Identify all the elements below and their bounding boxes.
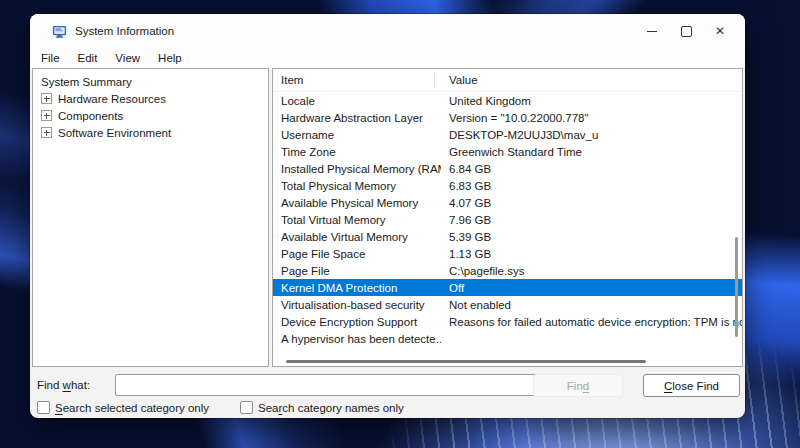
find-bar: Find what: Find Close Find (30, 367, 745, 401)
maximize-icon (681, 26, 692, 37)
checkbox-icon[interactable] (240, 401, 253, 414)
caption-controls: ✕ (635, 14, 737, 48)
item-cell: Kernel DMA Protection (273, 282, 441, 294)
menu-bar: FileEditViewHelp (30, 48, 745, 68)
table-row[interactable]: Device Encryption SupportReasons for fai… (273, 313, 742, 330)
table-row[interactable]: UsernameDESKTOP-M2UUJ3D\mav_u (273, 126, 742, 143)
value-cell: 7.96 GB (441, 214, 742, 226)
label-part: S (55, 402, 63, 414)
tree-item-system-summary[interactable]: System Summary (33, 73, 268, 90)
menu-item-edit[interactable]: Edit (69, 50, 107, 66)
table-row[interactable]: LocaleUnited Kingdom (273, 92, 742, 109)
tree-item-label: System Summary (41, 76, 132, 88)
find-what-label: Find what: (37, 379, 90, 391)
checkbox-icon[interactable] (37, 401, 50, 414)
window-title: System Information (75, 25, 174, 37)
value-cell: Greenwich Standard Time (441, 146, 742, 158)
value-cell: 4.07 GB (441, 197, 742, 209)
table-row[interactable]: Kernel DMA ProtectionOff (273, 279, 742, 296)
table-row[interactable]: Hardware Abstraction LayerVersion = "10.… (273, 109, 742, 126)
label-part: Fin (567, 380, 583, 392)
expand-plus-icon[interactable] (41, 93, 52, 104)
category-tree-panel: System Summary Hardware ResourcesCompone… (32, 68, 269, 367)
item-cell: Hardware Abstraction Layer (273, 112, 441, 124)
checkbox-label: Search category names only (258, 402, 404, 414)
item-cell: Available Physical Memory (273, 197, 441, 209)
label-part: lose Find (672, 380, 719, 392)
column-header-value[interactable]: Value (441, 74, 742, 86)
column-header-item[interactable]: Item (273, 74, 441, 86)
find-what-input[interactable] (115, 374, 538, 396)
table-body: LocaleUnited KingdomHardware Abstraction… (273, 92, 742, 347)
app-icon (52, 24, 67, 39)
maximize-button[interactable] (669, 14, 703, 48)
value-cell: 5.39 GB (441, 231, 742, 243)
item-cell: Locale (273, 95, 441, 107)
value-cell: Off (441, 282, 742, 294)
table-row[interactable]: Available Physical Memory4.07 GB (273, 194, 742, 211)
table-header[interactable]: Item Value (273, 69, 742, 92)
value-cell: Reasons for failed automatic device encr… (441, 316, 742, 328)
table-row[interactable]: Available Virtual Memory5.39 GB (273, 228, 742, 245)
tree-item-software-environment[interactable]: Software Environment (33, 124, 268, 141)
table-row[interactable]: Total Physical Memory6.83 GB (273, 177, 742, 194)
menu-item-help[interactable]: Help (149, 50, 191, 66)
label-part: hat: (71, 379, 90, 391)
item-cell: Total Virtual Memory (273, 214, 441, 226)
tree-item-label: Software Environment (58, 127, 171, 139)
label-part: Sea (258, 402, 278, 414)
vertical-scrollbar[interactable] (735, 237, 738, 337)
value-cell: 6.83 GB (441, 180, 742, 192)
details-table-panel: Item Value LocaleUnited KingdomHardware … (272, 68, 743, 367)
table-row[interactable]: Time ZoneGreenwich Standard Time (273, 143, 742, 160)
menu-item-file[interactable]: File (32, 50, 69, 66)
label-part: earch selected category only (63, 402, 209, 414)
table-row[interactable]: Page FileC:\pagefile.sys (273, 262, 742, 279)
search-options-row: Search selected category onlySearch cate… (30, 401, 745, 418)
close-find-button[interactable]: Close Find (643, 374, 740, 397)
expand-plus-icon[interactable] (41, 127, 52, 138)
title-bar[interactable]: System Information ✕ (30, 14, 745, 48)
item-cell: Installed Physical Memory (RAM) (273, 163, 441, 175)
tree-item-components[interactable]: Components (33, 107, 268, 124)
horizontal-scrollbar[interactable] (286, 360, 646, 363)
tree-item-label: Hardware Resources (58, 93, 166, 105)
value-cell: Not enabled (441, 299, 742, 311)
label-part: C (664, 380, 672, 392)
label-part: w (63, 379, 71, 391)
checkbox-label: Search selected category only (55, 402, 209, 414)
menu-item-view[interactable]: View (106, 50, 149, 66)
tree-item-hardware-resources[interactable]: Hardware Resources (33, 90, 268, 107)
minimize-icon (647, 31, 657, 32)
value-cell: DESKTOP-M2UUJ3D\mav_u (441, 129, 742, 141)
close-icon: ✕ (715, 25, 725, 37)
value-cell: 1.13 GB (441, 248, 742, 260)
search-selected-category-only[interactable]: Search selected category only (37, 401, 209, 414)
item-cell: Username (273, 129, 441, 141)
table-row[interactable]: Total Virtual Memory7.96 GB (273, 211, 742, 228)
search-category-names-only[interactable]: Search category names only (240, 401, 404, 414)
table-row[interactable]: Virtualisation-based securityNot enabled (273, 296, 742, 313)
item-cell: Virtualisation-based security (273, 299, 441, 311)
column-divider[interactable] (434, 72, 435, 88)
label-part: d (583, 380, 589, 392)
expand-plus-icon[interactable] (41, 110, 52, 121)
close-button[interactable]: ✕ (703, 14, 737, 48)
table-row[interactable]: A hypervisor has been detecte... (273, 330, 742, 347)
item-cell: Page File (273, 265, 441, 277)
minimize-button[interactable] (635, 14, 669, 48)
value-cell: Version = "10.0.22000.778" (441, 112, 742, 124)
value-cell: 6.84 GB (441, 163, 742, 175)
item-cell: Total Physical Memory (273, 180, 441, 192)
system-information-window: System Information ✕ FileEditViewHelp Sy… (30, 14, 745, 418)
tree-item-label: Components (58, 110, 123, 122)
item-cell: A hypervisor has been detecte... (273, 333, 441, 345)
item-cell: Page File Space (273, 248, 441, 260)
item-cell: Time Zone (273, 146, 441, 158)
table-row[interactable]: Page File Space1.13 GB (273, 245, 742, 262)
item-cell: Available Virtual Memory (273, 231, 441, 243)
desktop-wallpaper: System Information ✕ FileEditViewHelp Sy… (0, 0, 800, 448)
table-row[interactable]: Installed Physical Memory (RAM)6.84 GB (273, 160, 742, 177)
find-button[interactable]: Find (533, 374, 623, 397)
item-cell: Device Encryption Support (273, 316, 441, 328)
